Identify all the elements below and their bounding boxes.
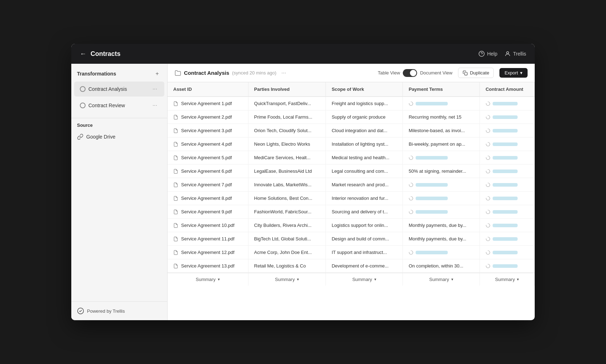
app-window: ← Contracts Help Trellis	[71, 44, 535, 320]
table-row[interactable]: Service Agreement 9.pdf FashionWorld, Fa…	[168, 205, 535, 219]
skeleton	[493, 251, 518, 254]
cell-parties-7: Home Solutions, Best Con...	[248, 192, 326, 205]
skeleton	[493, 129, 518, 132]
svg-point-10	[409, 156, 413, 160]
svg-point-22	[486, 250, 490, 254]
svg-point-20	[486, 237, 490, 241]
skeleton	[493, 264, 518, 268]
cell-payment-2: Milestone-based, as invoi...	[403, 124, 480, 137]
sidebar: Transformations + Contract Analysis ··· …	[71, 64, 168, 320]
cell-payment-11	[403, 246, 480, 259]
table-row[interactable]: Service Agreement 5.pdf MediCare Service…	[168, 151, 535, 165]
asset-name: Service Agreement 8.pdf	[181, 196, 232, 201]
asset-name: Service Agreement 4.pdf	[181, 141, 232, 147]
duplicate-button[interactable]: Duplicate	[458, 68, 494, 78]
table-row[interactable]: Service Agreement 13.pdf Retail Me, Logi…	[168, 259, 535, 273]
trellis-icon	[77, 307, 84, 314]
sidebar-divider	[71, 118, 167, 118]
content-header: Contract Analysis (synced 20 mins ago) ·…	[168, 64, 535, 82]
loading-icon	[486, 101, 491, 106]
asset-name: Service Agreement 13.pdf	[181, 263, 235, 269]
skeleton	[493, 210, 518, 214]
svg-point-14	[486, 183, 490, 187]
cell-parties-9: City Builders, Rivera Archi...	[248, 219, 326, 232]
table-row[interactable]: Service Agreement 1.pdf QuickTransport, …	[168, 97, 535, 110]
cell-amount-4	[480, 151, 535, 165]
cell-asset-8: Service Agreement 9.pdf	[168, 205, 248, 219]
cell-scope-11: IT support and infrastruct...	[326, 246, 403, 259]
cell-scope-1: Supply of organic produce	[326, 110, 403, 124]
loading-icon	[486, 115, 491, 120]
table-row[interactable]: Service Agreement 8.pdf Home Solutions, …	[168, 192, 535, 205]
table-row[interactable]: Service Agreement 3.pdf Orion Tech, Clou…	[168, 124, 535, 137]
summary-amount[interactable]: Summary ▾	[480, 273, 535, 286]
help-button[interactable]: Help	[478, 51, 497, 57]
powered-by-footer[interactable]: Powered by Trellis	[71, 301, 167, 320]
cell-scope-8: Sourcing and delivery of t...	[326, 205, 403, 219]
cell-amount-5	[480, 165, 535, 178]
summary-asset[interactable]: Summary ▾	[168, 273, 248, 286]
contract-analysis-more[interactable]: ···	[151, 85, 159, 93]
summary-chevron-2: ▾	[297, 277, 299, 282]
cell-amount-9	[480, 219, 535, 232]
content-more-button[interactable]: ···	[279, 69, 288, 77]
summary-parties[interactable]: Summary ▾	[248, 273, 326, 286]
cell-parties-0: QuickTransport, FastDeliv...	[248, 97, 326, 110]
asset-name: Service Agreement 7.pdf	[181, 182, 232, 187]
transformations-header: Transformations +	[71, 64, 167, 81]
loading-icon	[486, 142, 491, 147]
skeleton	[493, 115, 518, 119]
summary-scope[interactable]: Summary ▾	[326, 273, 403, 286]
table-row[interactable]: Service Agreement 4.pdf Neon Lights, Ele…	[168, 137, 535, 151]
sidebar-item-contract-review[interactable]: Contract Review ···	[74, 98, 164, 113]
google-drive-item[interactable]: Google Drive	[77, 131, 161, 143]
skeleton	[416, 183, 448, 187]
sync-info: (synced 20 mins ago)	[232, 70, 276, 76]
skeleton	[493, 237, 518, 241]
skeleton	[416, 102, 448, 105]
cell-amount-11	[480, 246, 535, 259]
cell-scope-12: Development of e-comme...	[326, 259, 403, 273]
summary-payment[interactable]: Summary ▾	[403, 273, 480, 286]
table-row[interactable]: Service Agreement 7.pdf Innovate Labs, M…	[168, 178, 535, 192]
cell-payment-3: Bi-weekly, payment on ap...	[403, 137, 480, 151]
skeleton	[416, 210, 448, 214]
back-button[interactable]: ←	[80, 50, 86, 58]
main-layout: Transformations + Contract Analysis ··· …	[71, 64, 535, 320]
svg-point-11	[486, 156, 490, 160]
asset-name: Service Agreement 12.pdf	[181, 250, 235, 255]
export-button[interactable]: Export ▾	[499, 68, 528, 78]
source-section: Source Google Drive	[71, 123, 167, 143]
doc-icon	[173, 209, 178, 214]
loading-icon	[486, 155, 491, 160]
user-button[interactable]: Trellis	[504, 51, 526, 57]
contract-review-more[interactable]: ···	[151, 102, 159, 109]
contract-review-icon	[80, 103, 86, 108]
loading-icon	[486, 264, 491, 269]
asset-name: Service Agreement 9.pdf	[181, 209, 232, 214]
cell-amount-1	[480, 110, 535, 124]
sidebar-item-contract-analysis[interactable]: Contract Analysis ···	[74, 82, 164, 97]
table-row[interactable]: Service Agreement 6.pdf LegalEase, Busin…	[168, 165, 535, 178]
view-toggle-switch[interactable]	[403, 69, 417, 77]
table-row[interactable]: Service Agreement 10.pdf City Builders, …	[168, 219, 535, 232]
sidebar-item-left-2: Contract Review	[80, 103, 125, 108]
cell-asset-12: Service Agreement 13.pdf	[168, 259, 248, 273]
cell-asset-4: Service Agreement 5.pdf	[168, 151, 248, 165]
svg-point-19	[486, 223, 490, 227]
table-row[interactable]: Service Agreement 2.pdf Prime Foods, Loc…	[168, 110, 535, 124]
google-drive-label: Google Drive	[86, 134, 115, 140]
svg-point-8	[486, 129, 490, 132]
top-bar-left: ← Contracts	[80, 50, 120, 58]
skeleton	[493, 224, 518, 227]
add-transformation-button[interactable]: +	[153, 69, 161, 78]
skeleton	[416, 251, 448, 254]
loading-icon	[486, 196, 491, 201]
table-row[interactable]: Service Agreement 12.pdf Acme Corp, John…	[168, 246, 535, 259]
table-row[interactable]: Service Agreement 11.pdf BigTech Ltd, Gl…	[168, 232, 535, 246]
contracts-table: Asset ID Parties Involved Scope of Work …	[168, 82, 535, 286]
summary-chevron-3: ▾	[374, 277, 376, 282]
summary-chevron-5: ▾	[517, 277, 519, 282]
cell-scope-7: Interior renovation and fur...	[326, 192, 403, 205]
top-bar-right: Help Trellis	[478, 51, 526, 57]
